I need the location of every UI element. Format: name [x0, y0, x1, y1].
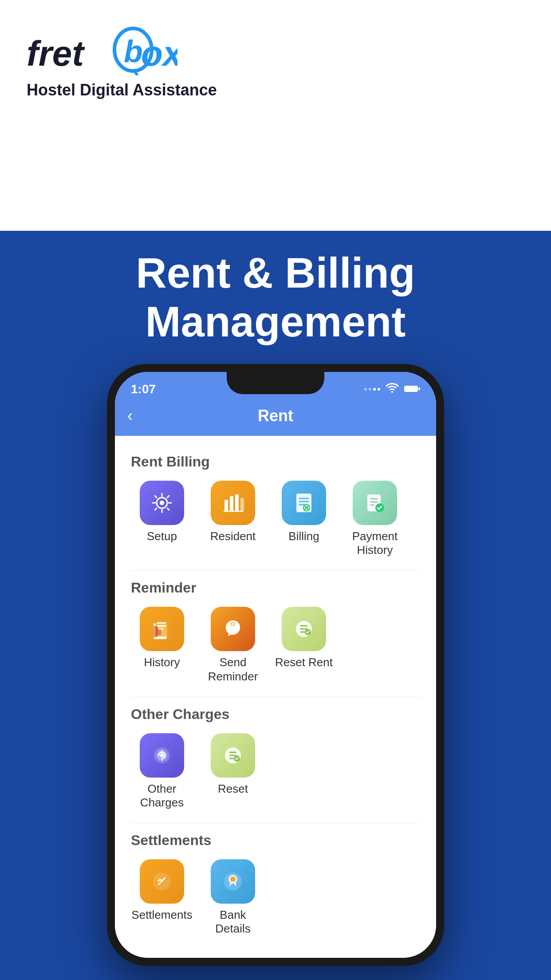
- list-item[interactable]: Send Reminder: [202, 607, 264, 683]
- list-item[interactable]: Resident: [202, 481, 264, 557]
- reminder-grid: History Send Reminder: [131, 607, 420, 683]
- signal-icon: [364, 388, 380, 391]
- svg-rect-8: [418, 387, 420, 390]
- list-item[interactable]: Payment History: [344, 481, 406, 557]
- divider-1: [131, 570, 420, 571]
- list-item[interactable]: Settlements: [131, 859, 193, 936]
- logo-area: fret b ox Hostel Digital Assistance: [27, 27, 217, 99]
- svg-text:fret: fret: [27, 34, 85, 73]
- svg-point-43: [165, 876, 169, 879]
- svg-rect-32: [159, 629, 161, 636]
- resident-label: Resident: [210, 530, 256, 543]
- svg-rect-27: [157, 622, 166, 624]
- history-label: History: [144, 656, 180, 669]
- svg-rect-13: [235, 494, 239, 511]
- list-item[interactable]: Reset: [202, 733, 264, 810]
- screen-content: Rent Billing Setup: [115, 436, 436, 958]
- svg-text:ox: ox: [141, 34, 177, 73]
- settlements-label: Settlements: [131, 908, 192, 922]
- list-item[interactable]: Setup: [131, 481, 193, 557]
- send-reminder-label: Send Reminder: [202, 656, 264, 683]
- svg-rect-28: [157, 625, 166, 627]
- list-item[interactable]: Other Charges: [131, 733, 193, 810]
- svg-rect-12: [230, 496, 233, 511]
- billing-label: Billing: [288, 530, 319, 543]
- list-item[interactable]: History: [131, 607, 193, 683]
- hero-text: Rent & Billing Management: [0, 249, 551, 347]
- battery-icon: [404, 383, 420, 395]
- svg-rect-7: [405, 386, 417, 391]
- settlements-grid: Settlements Bank Details: [131, 859, 420, 936]
- other-charges-icon: [140, 733, 184, 778]
- list-item[interactable]: Bank Details: [202, 859, 264, 936]
- app-header: ‹ Rent: [115, 400, 436, 436]
- svg-point-38: [160, 754, 164, 757]
- other-charges-grid: Other Charges Reset: [131, 733, 420, 810]
- tagline: Hostel Digital Assistance: [27, 81, 217, 99]
- svg-rect-14: [240, 498, 244, 511]
- reset-label: Reset: [218, 782, 248, 796]
- section-title-settlements: Settlements: [131, 832, 420, 849]
- history-icon: [140, 607, 184, 651]
- phone-outer-frame: 1:07: [107, 364, 444, 966]
- back-button[interactable]: ‹: [127, 407, 133, 425]
- setup-label: Setup: [147, 530, 177, 543]
- rent-billing-grid: Setup Resident: [131, 481, 420, 557]
- settlements-icon: [140, 859, 184, 904]
- wifi-icon: [386, 383, 399, 395]
- svg-text:b: b: [124, 34, 143, 69]
- section-title-reminder: Reminder: [131, 580, 420, 596]
- fretbox-logo: fret b ox: [27, 27, 217, 75]
- payment-history-icon: [353, 481, 397, 525]
- list-item[interactable]: Reset Rent: [273, 607, 335, 683]
- hero-line1: Rent & Billing: [136, 249, 415, 296]
- payment-history-label: Payment History: [344, 530, 406, 557]
- bank-details-icon: [211, 859, 255, 904]
- wave-divider: [0, 124, 551, 215]
- setup-icon: [140, 481, 184, 525]
- bank-details-label: Bank Details: [202, 908, 264, 936]
- resident-icon: [211, 481, 255, 525]
- status-time: 1:07: [131, 382, 156, 396]
- svg-point-46: [230, 877, 236, 882]
- screen-title: Rent: [258, 407, 293, 425]
- section-title-rent-billing: Rent Billing: [131, 454, 420, 470]
- svg-point-42: [155, 881, 158, 885]
- phone-screen: 1:07: [115, 372, 436, 958]
- svg-rect-11: [224, 500, 228, 511]
- reset-rent-icon: [282, 607, 326, 651]
- status-icons: [364, 383, 420, 395]
- send-reminder-icon: [211, 607, 255, 651]
- list-item[interactable]: Billing: [273, 481, 335, 557]
- reset-icon: [211, 733, 255, 778]
- section-title-other-charges: Other Charges: [131, 706, 420, 723]
- svg-point-10: [160, 501, 164, 505]
- svg-rect-31: [156, 628, 158, 636]
- divider-3: [131, 823, 420, 823]
- divider-2: [131, 697, 420, 697]
- billing-icon: [282, 481, 326, 525]
- phone-notch: [227, 372, 324, 394]
- other-charges-label: Other Charges: [131, 782, 193, 810]
- hero-title: Rent & Billing Management: [0, 249, 551, 347]
- phone-mockup: 1:07: [107, 364, 444, 966]
- reset-rent-label: Reset Rent: [275, 656, 333, 669]
- hero-line2: Management: [146, 298, 406, 345]
